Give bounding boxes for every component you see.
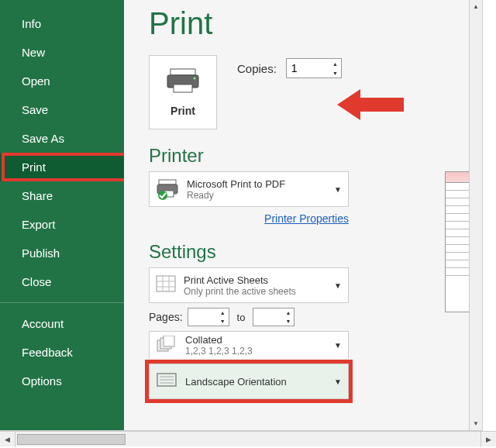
svg-rect-0: [170, 69, 195, 75]
pages-from-spinner[interactable]: ▲ ▼: [217, 308, 229, 326]
spinner-down-icon[interactable]: ▼: [282, 317, 294, 326]
scroll-down-icon[interactable]: ▼: [470, 417, 482, 430]
svg-marker-4: [337, 89, 404, 120]
scroll-thumb[interactable]: [17, 434, 126, 445]
settings-section-header: Settings: [149, 241, 482, 263]
printer-section-header: Printer: [149, 145, 482, 167]
page-title: Print: [149, 6, 482, 41]
sidebar-item-save[interactable]: Save: [0, 95, 124, 124]
scroll-up-icon[interactable]: ▲: [470, 0, 482, 13]
svg-point-3: [194, 78, 196, 80]
orientation-label: Landscape Orientation: [185, 376, 326, 388]
vertical-scrollbar[interactable]: ▲ ▼: [469, 0, 482, 430]
printer-status: Ready: [187, 190, 326, 201]
sidebar-item-new[interactable]: New: [0, 38, 124, 67]
pages-to-label: to: [237, 312, 246, 323]
sidebar-item-publish[interactable]: Publish: [0, 239, 124, 267]
svg-rect-2: [174, 84, 192, 92]
sidebar-item-export[interactable]: Export: [0, 210, 124, 239]
copies-label: Copies:: [237, 62, 277, 75]
print-panel: Print Print Copies: ▲ ▼: [124, 0, 482, 430]
sidebar-item-print[interactable]: Print: [0, 153, 124, 181]
sidebar-item-info[interactable]: Info: [0, 9, 124, 38]
spinner-down-icon[interactable]: ▼: [217, 317, 229, 326]
chevron-down-icon: ▼: [334, 281, 342, 290]
sidebar-item-share[interactable]: Share: [0, 181, 124, 210]
print-what-dropdown[interactable]: Print Active Sheets Only print the activ…: [149, 267, 349, 303]
orientation-dropdown[interactable]: Landscape Orientation ▼: [149, 364, 349, 399]
collation-line1: Collated: [185, 334, 326, 346]
copies-spinner[interactable]: ▲ ▼: [329, 59, 341, 78]
horizontal-scrollbar[interactable]: ◀ ▶: [0, 431, 496, 446]
sidebar-item-options[interactable]: Options: [0, 367, 124, 395]
sidebar-item-feedback[interactable]: Feedback: [0, 338, 124, 367]
print-button-label: Print: [170, 105, 195, 117]
spinner-up-icon[interactable]: ▲: [282, 308, 294, 317]
spinner-up-icon[interactable]: ▲: [329, 59, 341, 68]
svg-rect-9: [157, 276, 175, 291]
pages-to-spinner[interactable]: ▲ ▼: [282, 308, 294, 326]
print-button[interactable]: Print: [149, 55, 217, 129]
sidebar-separator: [0, 302, 124, 303]
collation-dropdown[interactable]: Collated 1,2,3 1,2,3 1,2,3 ▼: [149, 331, 349, 359]
sidebar-item-save-as[interactable]: Save As: [0, 124, 124, 153]
spinner-up-icon[interactable]: ▲: [217, 308, 229, 317]
sheets-icon: [156, 275, 176, 295]
printer-name: Microsoft Print to PDF: [187, 178, 326, 190]
svg-rect-16: [164, 336, 174, 346]
svg-point-8: [158, 191, 167, 200]
sidebar-item-close[interactable]: Close: [0, 267, 124, 296]
printer-dropdown[interactable]: Microsoft Print to PDF Ready ▼: [149, 171, 349, 207]
print-what-line1: Print Active Sheets: [184, 274, 326, 286]
chevron-down-icon: ▼: [334, 377, 342, 386]
print-what-line2: Only print the active sheets: [184, 286, 326, 297]
callout-arrow-icon: [337, 85, 404, 124]
pages-label: Pages:: [149, 311, 183, 323]
collation-line2: 1,2,3 1,2,3 1,2,3: [185, 346, 326, 357]
sidebar-item-open[interactable]: Open: [0, 67, 124, 95]
backstage-sidebar: Info New Open Save Save As Print Share E…: [0, 0, 124, 430]
printer-properties-link[interactable]: Printer Properties: [264, 212, 349, 225]
chevron-down-icon: ▼: [334, 185, 342, 194]
printer-icon: [166, 67, 200, 97]
spinner-down-icon[interactable]: ▼: [329, 68, 341, 78]
scroll-right-icon[interactable]: ▶: [480, 432, 496, 447]
printer-ready-icon: [156, 177, 179, 201]
collated-icon: [156, 336, 177, 356]
landscape-icon: [156, 371, 177, 391]
scroll-left-icon[interactable]: ◀: [0, 432, 16, 447]
sidebar-item-label: Print: [22, 160, 46, 174]
copies-row: Copies: ▲ ▼: [237, 58, 342, 78]
chevron-down-icon: ▼: [334, 341, 342, 350]
pages-row: Pages: ▲ ▼ to ▲ ▼: [149, 308, 482, 326]
sidebar-item-account[interactable]: Account: [0, 309, 124, 338]
svg-rect-5: [159, 180, 176, 184]
